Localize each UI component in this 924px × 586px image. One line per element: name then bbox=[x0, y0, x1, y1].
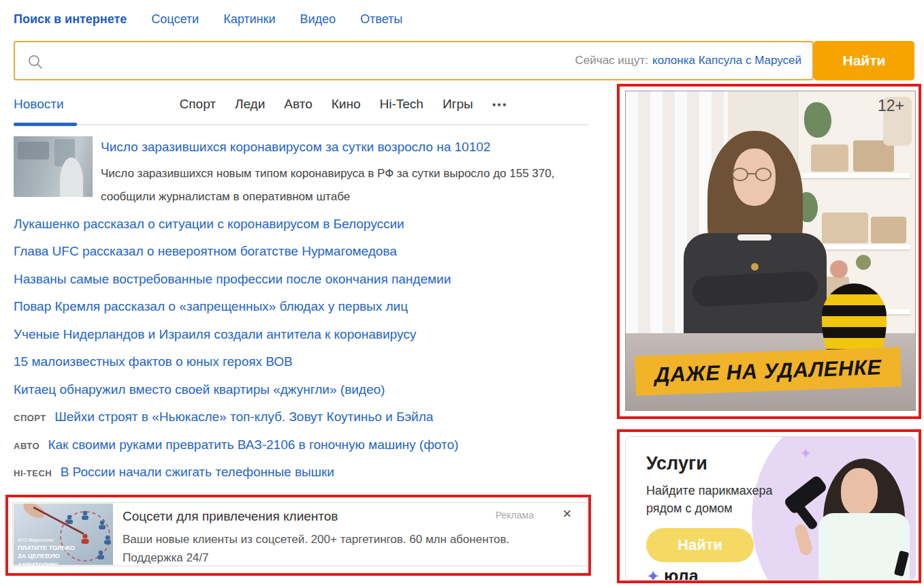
necklace-icon bbox=[751, 263, 759, 271]
search-button[interactable]: Найти bbox=[814, 41, 914, 80]
category-label: спорт bbox=[14, 413, 46, 423]
list-item: Лукашенко рассказал о ситуации с коронав… bbox=[14, 217, 589, 236]
photo-basket bbox=[871, 217, 906, 243]
news-link[interactable]: В России начали сжигать телефонные вышки bbox=[61, 465, 334, 479]
list-item: спорт Шейхи строят в «Ньюкасле» топ-клуб… bbox=[14, 410, 589, 429]
news-link[interactable]: Глава UFC рассказал о невероятном богатс… bbox=[14, 244, 397, 258]
services-subtitle-line1: Найдите парикмахера bbox=[646, 482, 773, 499]
search-box: Сейчас ищут: колонка Капсула с Марусей bbox=[14, 41, 814, 80]
thumbnail-shape bbox=[18, 142, 49, 159]
search-hint: Сейчас ищут: колонка Капсула с Марусей bbox=[575, 42, 801, 79]
nav-item-video[interactable]: Видео bbox=[300, 12, 336, 27]
lead-article-title[interactable]: Число заразившихся коронавирусом за сутк… bbox=[101, 140, 577, 155]
list-item: 15 малоизвестных фактов о юных героях ВО… bbox=[14, 354, 589, 373]
photo-woman-face bbox=[841, 468, 878, 516]
news-link[interactable]: 15 малоизвестных фактов о юных героях ВО… bbox=[14, 354, 293, 369]
glasses-icon bbox=[755, 168, 771, 181]
lead-article-thumbnail[interactable] bbox=[14, 136, 93, 197]
yula-star-icon: ✦ bbox=[646, 567, 660, 581]
list-item: Повар Кремля рассказал о «запрещенных» б… bbox=[14, 299, 589, 318]
tabs-divider bbox=[14, 124, 589, 125]
lead-article-summary: Число заразившихся новым типом коронавир… bbox=[101, 162, 577, 209]
news-link[interactable]: Названы самые востребованные профессии п… bbox=[14, 272, 451, 286]
category-label: авто bbox=[14, 441, 39, 451]
photo-flower bbox=[856, 255, 871, 270]
news-link[interactable]: Ученые Нидерландов и Израиля создали ант… bbox=[14, 327, 416, 341]
services-title: Услуги bbox=[646, 453, 707, 474]
news-link[interactable]: Повар Кремля рассказал о «запрещенных» б… bbox=[14, 299, 408, 313]
news-link[interactable]: Как своими руками превратить ВАЗ-2106 в … bbox=[48, 437, 458, 452]
services-subtitle-line2: рядом с домом bbox=[646, 499, 773, 517]
tab-sport[interactable]: Спорт bbox=[180, 97, 216, 112]
tab-hitech[interactable]: Hi-Tech bbox=[379, 97, 423, 112]
list-item: Китаец обнаружил вместо своей квартиры «… bbox=[14, 382, 589, 401]
close-icon[interactable]: ✕ bbox=[562, 507, 572, 521]
nav-item-web-search[interactable]: Поиск в интернете bbox=[14, 12, 127, 27]
search-icon bbox=[27, 54, 44, 70]
photo-flower bbox=[830, 260, 848, 278]
tab-kino[interactable]: Кино bbox=[332, 97, 361, 112]
inline-ad-card: МТС Маркетолог ПЛАТИТЕ ТОЛЬКО ЗА ЦЕЛЕВУЮ… bbox=[12, 502, 588, 566]
tab-games[interactable]: Игры bbox=[443, 97, 473, 112]
news-link[interactable]: Китаец обнаружил вместо своей квартиры «… bbox=[14, 382, 385, 397]
active-tab-indicator bbox=[14, 123, 77, 126]
category-label: hi-tech bbox=[14, 468, 52, 478]
list-item: авто Как своими руками превратить ВАЗ-21… bbox=[14, 437, 589, 457]
tab-news[interactable]: Новости bbox=[14, 97, 64, 112]
glasses-bridge bbox=[748, 173, 755, 174]
mts-line2: ЗА ЦЕЛЕВУЮ bbox=[18, 553, 60, 559]
thumbnail-shape bbox=[60, 157, 83, 197]
search-hint-link[interactable]: колонка Капсула с Марусей bbox=[652, 54, 801, 67]
yula-brand-name: юла bbox=[664, 566, 699, 581]
inline-ad-image[interactable]: МТС Маркетолог ПЛАТИТЕ ТОЛЬКО ЗА ЦЕЛЕВУЮ… bbox=[14, 504, 113, 565]
inline-ad-title[interactable]: Соцсети для привлечения клиентов bbox=[123, 509, 338, 524]
tab-auto[interactable]: Авто bbox=[284, 97, 312, 112]
top-nav: Поиск в интернете Соцсети Картинки Видео… bbox=[14, 12, 402, 27]
mts-brand-text: МТС Маркетолог bbox=[18, 538, 54, 543]
page: Поиск в интернете Соцсети Картинки Видео… bbox=[0, 0, 924, 586]
list-item: hi-tech В России начали сжигать телефонн… bbox=[14, 465, 589, 484]
age-rating-label: 12+ bbox=[878, 97, 904, 115]
search-input[interactable] bbox=[49, 42, 553, 79]
news-link[interactable]: Шейхи строят в «Ньюкасле» топ-клуб. Зову… bbox=[54, 410, 433, 424]
nav-item-answers[interactable]: Ответы bbox=[360, 12, 402, 27]
more-tabs-icon[interactable]: ••• bbox=[492, 99, 508, 111]
yula-logo: ✦ юла bbox=[646, 566, 699, 581]
glasses-icon bbox=[732, 168, 748, 181]
tabs: Новости Спорт Леди Авто Кино Hi-Tech Игр… bbox=[14, 97, 508, 112]
photo-basket bbox=[811, 144, 848, 172]
list-item: Глава UFC рассказал о невероятном богатс… bbox=[14, 244, 589, 263]
ad-label: Реклама bbox=[496, 510, 534, 521]
news-link[interactable]: Лукашенко рассказал о ситуации с коронав… bbox=[14, 217, 404, 231]
list-item: Названы самые востребованные профессии п… bbox=[14, 272, 589, 291]
banner-ad[interactable]: ДАЖЕ НА УДАЛЕНКЕ 12+ bbox=[625, 91, 916, 411]
mts-line3: АУДИТОРИЮ bbox=[18, 561, 59, 565]
inline-ad-body: Ваши новые клиенты из соцсетей. 200+ тар… bbox=[123, 530, 531, 567]
tab-lady[interactable]: Леди bbox=[235, 97, 265, 112]
nav-item-social[interactable]: Соцсети bbox=[151, 12, 199, 27]
photo-basket bbox=[822, 213, 868, 243]
services-find-button[interactable]: Найти bbox=[646, 528, 754, 562]
services-subtitle: Найдите парикмахера рядом с домом bbox=[646, 482, 773, 517]
photo-plant bbox=[804, 102, 831, 138]
services-ad-card[interactable]: ✦ Услуги Найдите парикмахера рядом с дом… bbox=[625, 436, 916, 581]
search-hint-prefix: Сейчас ищут: bbox=[575, 54, 648, 67]
photo-collar bbox=[737, 234, 771, 241]
photo-shelf bbox=[801, 173, 910, 178]
sparkle-icon: ✦ bbox=[799, 445, 812, 463]
list-item: Ученые Нидерландов и Израиля создали ант… bbox=[14, 327, 589, 346]
mts-line1: ПЛАТИТЕ ТОЛЬКО bbox=[18, 544, 75, 551]
nav-item-images[interactable]: Картинки bbox=[223, 12, 275, 27]
